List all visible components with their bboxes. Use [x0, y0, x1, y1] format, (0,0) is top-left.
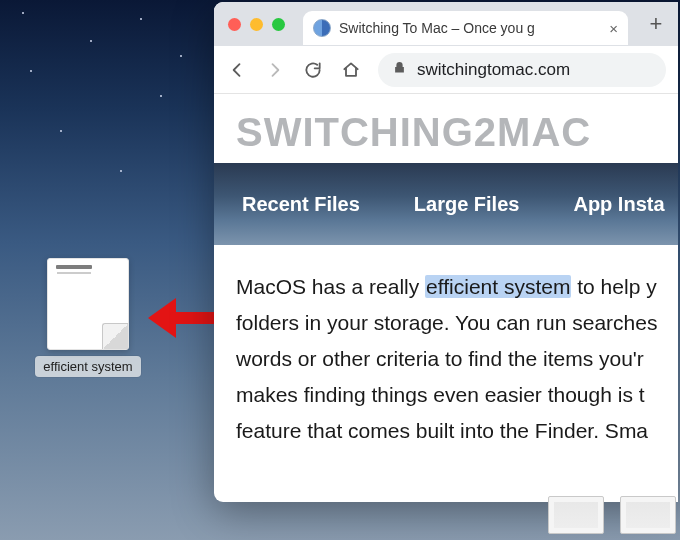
site-favicon-icon	[313, 19, 331, 37]
address-bar[interactable]: switchingtomac.com	[378, 53, 666, 87]
chrome-window: Switching To Mac – Once you g × + switch…	[214, 2, 678, 502]
site-logo[interactable]: SWITCHING2MAC	[236, 110, 678, 155]
tab-title: Switching To Mac – Once you g	[339, 20, 601, 36]
url-text: switchingtomac.com	[417, 60, 570, 80]
webpage-content: SWITCHING2MAC Recent Files Large Files A…	[214, 94, 678, 502]
article-body[interactable]: MacOS has a really efficient system to h…	[214, 245, 678, 450]
reload-button[interactable]	[302, 59, 324, 81]
site-nav-hero: Recent Files Large Files App Insta	[214, 163, 678, 245]
article-text: makes finding things even easier though …	[236, 377, 678, 413]
maximize-window-button[interactable]	[272, 18, 285, 31]
minimize-window-button[interactable]	[250, 18, 263, 31]
nav-recent-files[interactable]: Recent Files	[242, 193, 360, 216]
article-text: MacOS has a really	[236, 275, 425, 298]
selected-text[interactable]: efficient system	[425, 275, 571, 298]
close-window-button[interactable]	[228, 18, 241, 31]
nav-app-install[interactable]: App Insta	[573, 193, 664, 216]
home-button[interactable]	[340, 59, 362, 81]
text-clipping-icon	[47, 258, 129, 350]
article-text: folders in your storage. You can run sea…	[236, 305, 678, 341]
close-tab-icon[interactable]: ×	[609, 20, 618, 37]
thumbnail[interactable]	[620, 496, 676, 534]
new-tab-button[interactable]: +	[642, 11, 670, 37]
lock-icon	[392, 60, 407, 80]
forward-button[interactable]	[264, 59, 286, 81]
file-label: efficient system	[35, 356, 140, 377]
back-button[interactable]	[226, 59, 248, 81]
desktop-text-clipping[interactable]: efficient system	[28, 258, 148, 377]
browser-toolbar: switchingtomac.com	[214, 46, 678, 94]
tab-strip: Switching To Mac – Once you g × +	[214, 2, 678, 46]
article-text: to help y	[571, 275, 656, 298]
article-text: feature that comes built into the Finder…	[236, 413, 678, 449]
article-text: words or other criteria to find the item…	[236, 341, 678, 377]
browser-tab[interactable]: Switching To Mac – Once you g ×	[303, 11, 628, 45]
thumbnail[interactable]	[548, 496, 604, 534]
window-controls	[228, 18, 285, 31]
nav-large-files[interactable]: Large Files	[414, 193, 520, 216]
bottom-thumbnails	[548, 496, 676, 534]
